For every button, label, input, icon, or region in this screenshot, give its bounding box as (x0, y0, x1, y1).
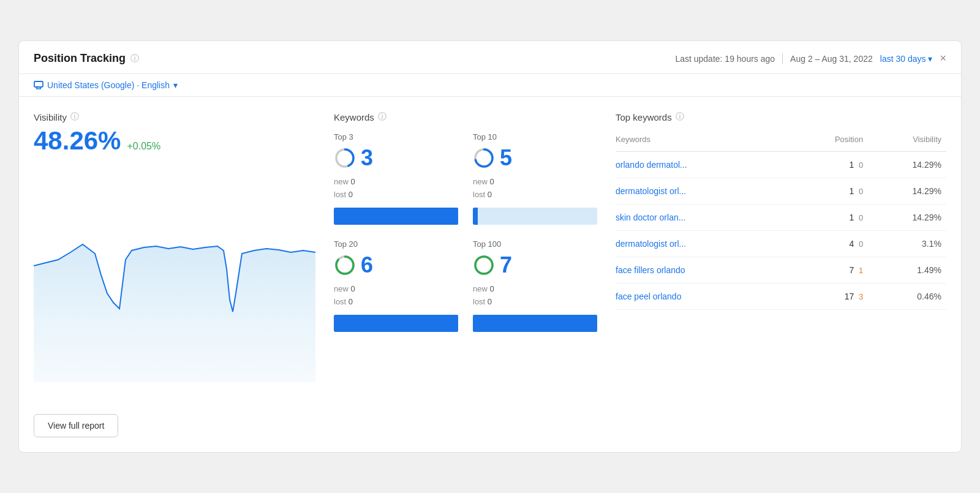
visibility-change: +0.05% (127, 141, 160, 152)
kw-meta-lost-1: lost 0 (473, 190, 597, 199)
svg-rect-0 (34, 81, 43, 87)
visibility-section: Visibility ⓘ 48.26% +0.05% (34, 111, 315, 437)
sub-header: United States (Google) · English ▾ (19, 74, 961, 97)
keywords-title: Keywords ⓘ (334, 111, 597, 122)
table-body: orlando dermatol... 1 0 14.29% dermatolo… (616, 152, 946, 310)
tk-position-cell-1: 1 0 (791, 178, 868, 205)
tk-position-change-0: 0 (856, 160, 863, 170)
tk-position-cell-5: 17 3 (791, 284, 868, 310)
tk-keyword-link-3[interactable]: dermatologist orl... (616, 239, 686, 249)
tk-visibility-cell-0: 14.29% (868, 152, 946, 178)
visibility-percent: 48.26% (34, 126, 121, 156)
tk-keyword-cell: orlando dermatol... (616, 152, 791, 178)
visibility-title: Visibility ⓘ (34, 111, 315, 122)
kw-number-3: 7 (500, 252, 512, 278)
kw-card-label-1: Top 10 (473, 132, 597, 141)
tk-keyword-cell: dermatologist orl... (616, 178, 791, 205)
tk-visibility-cell-3: 3.1% (868, 231, 946, 257)
kw-meta-lost-2: lost 0 (334, 297, 458, 306)
location-chevron: ▾ (173, 80, 178, 90)
table-row: skin doctor orlan... 1 0 14.29% (616, 205, 946, 231)
visibility-chart-svg (34, 165, 315, 397)
tk-keyword-link-5[interactable]: face peel orlando (616, 292, 681, 301)
kw-meta-lost-0: lost 0 (334, 190, 458, 199)
date-filter-label: last 30 days (880, 54, 926, 64)
visibility-chart (34, 165, 315, 397)
kw-bar-fill-1 (473, 208, 478, 225)
table-row: face fillers orlando 7 1 1.49% (616, 257, 946, 284)
svg-point-11 (475, 257, 492, 274)
tk-keyword-link-2[interactable]: skin doctor orlan... (616, 213, 685, 222)
kw-count-row-1: 5 (473, 145, 597, 171)
col-visibility: Visibility (868, 132, 946, 152)
tk-visibility-cell-4: 1.49% (868, 257, 946, 284)
position-tracking-widget: Position Tracking ⓘ Last update: 19 hour… (18, 40, 962, 453)
top-keywords-title: Top keywords ⓘ (616, 111, 946, 122)
tk-visibility-cell-2: 14.29% (868, 205, 946, 231)
keywords-card-3: Top 100 7 new 0 lost 0 (473, 239, 597, 332)
kw-card-label-2: Top 20 (334, 239, 458, 249)
kw-card-label-0: Top 3 (334, 132, 458, 141)
location-label: United States (Google) · English (47, 80, 170, 90)
tk-keyword-cell: skin doctor orlan... (616, 205, 791, 231)
kw-count-row-2: 6 (334, 252, 458, 278)
keywords-info-icon[interactable]: ⓘ (378, 111, 386, 122)
kw-bar-fill-0 (334, 208, 458, 225)
tk-position-change-5: 3 (856, 292, 863, 301)
kw-meta-new-2: new 0 (334, 284, 458, 293)
tk-keyword-link-0[interactable]: orlando dermatol... (616, 160, 687, 170)
info-icon[interactable]: ⓘ (130, 53, 139, 64)
last-update: Last update: 19 hours ago (675, 54, 775, 64)
top-keywords-info-icon[interactable]: ⓘ (676, 111, 684, 122)
tk-keyword-link-1[interactable]: dermatologist orl... (616, 186, 686, 196)
header-divider (782, 53, 783, 64)
table-row: orlando dermatol... 1 0 14.29% (616, 152, 946, 178)
tk-visibility-cell-5: 0.46% (868, 284, 946, 310)
location-button[interactable]: United States (Google) · English ▾ (34, 80, 178, 90)
tk-keyword-cell: face fillers orlando (616, 257, 791, 284)
keywords-section: Keywords ⓘ Top 3 3 new 0 lost 0 Top 10 (334, 111, 597, 437)
kw-bar-fill-2 (334, 315, 458, 332)
donut-chart-0 (334, 147, 356, 169)
donut-chart-2 (334, 254, 356, 276)
kw-meta-new-1: new 0 (473, 177, 597, 186)
top-keywords-table: Keywords Position Visibility orlando der… (616, 132, 946, 310)
col-position: Position (791, 132, 868, 152)
kw-meta-new-0: new 0 (334, 177, 458, 186)
table-row: dermatologist orl... 4 0 3.1% (616, 231, 946, 257)
tk-position-change-2: 0 (856, 213, 863, 222)
header-right: Last update: 19 hours ago Aug 2 – Aug 31… (675, 52, 946, 65)
kw-bar-fill-3 (473, 315, 597, 332)
tk-position-cell-3: 4 0 (791, 231, 868, 257)
tk-position-change-4: 1 (856, 266, 863, 275)
close-button[interactable]: × (940, 52, 946, 65)
kw-meta-new-3: new 0 (473, 284, 597, 293)
kw-bar-container-1 (473, 208, 597, 225)
widget-body: Visibility ⓘ 48.26% +0.05% (19, 97, 961, 452)
view-full-report-button[interactable]: View full report (34, 414, 118, 437)
donut-chart-1 (473, 147, 495, 169)
visibility-value-row: 48.26% +0.05% (34, 126, 315, 156)
widget-header: Position Tracking ⓘ Last update: 19 hour… (19, 41, 961, 74)
tk-keyword-cell: dermatologist orl... (616, 231, 791, 257)
col-keyword: Keywords (616, 132, 791, 152)
kw-bar-container-3 (473, 315, 597, 332)
tk-position-change-1: 0 (856, 187, 863, 196)
keywords-grid: Top 3 3 new 0 lost 0 Top 10 5 (334, 132, 597, 332)
kw-bar-container-0 (334, 208, 458, 225)
tk-keyword-link-4[interactable]: face fillers orlando (616, 265, 685, 275)
svg-point-9 (336, 257, 353, 274)
tk-position-cell-4: 7 1 (791, 257, 868, 284)
kw-card-label-3: Top 100 (473, 239, 597, 249)
kw-meta-lost-3: lost 0 (473, 297, 597, 306)
kw-count-row-3: 7 (473, 252, 597, 278)
chevron-down-icon: ▾ (928, 54, 932, 64)
visibility-info-icon[interactable]: ⓘ (70, 111, 79, 122)
keywords-card-1: Top 10 5 new 0 lost 0 (473, 132, 597, 225)
tk-position-cell-0: 1 0 (791, 152, 868, 178)
keywords-card-2: Top 20 6 new 0 lost 0 (334, 239, 458, 332)
kw-number-1: 5 (500, 145, 512, 171)
tk-position-cell-2: 1 0 (791, 205, 868, 231)
header-left: Position Tracking ⓘ (34, 52, 139, 65)
date-filter-button[interactable]: last 30 days ▾ (880, 54, 933, 64)
